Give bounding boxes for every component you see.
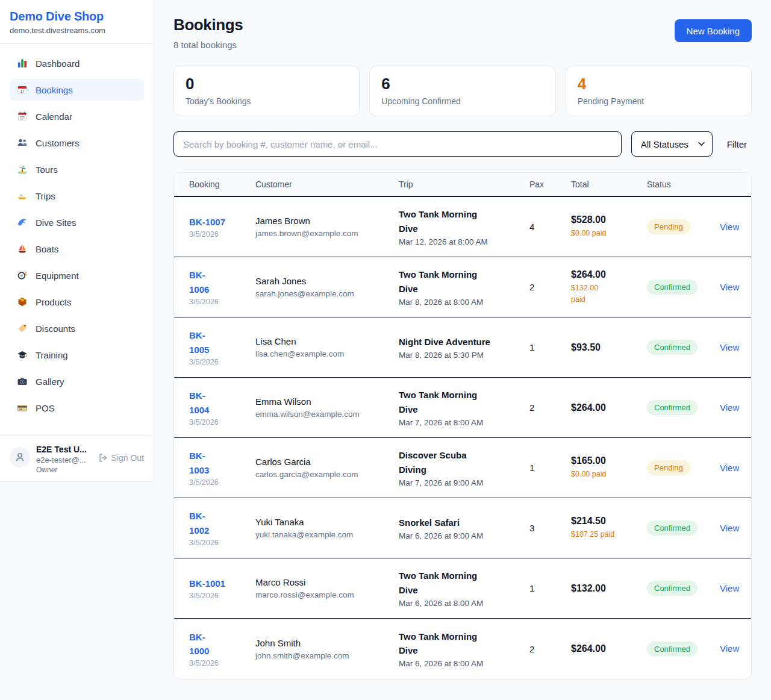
svg-text:17: 17 — [20, 89, 25, 93]
sidebar-item-label: Gallery — [36, 377, 64, 387]
pax-cell: 2 — [529, 282, 571, 292]
view-link[interactable]: View — [720, 402, 739, 413]
sidebar-item-bookings[interactable]: 17Bookings — [10, 79, 144, 101]
trip-cell: Two Tank Morning DiveMar 7, 2026 at 8:00… — [399, 388, 529, 427]
sidebar-item-pos[interactable]: POS — [10, 397, 144, 419]
trip-cell: Night Dive AdventureMar 8, 2026 at 5:30 … — [399, 335, 529, 360]
sidebar-item-trips[interactable]: Trips — [10, 185, 144, 207]
sidebar-item-label: Calendar — [36, 111, 72, 122]
booking-number-link[interactable]: BK-1001 — [189, 577, 225, 590]
booking-number-link[interactable]: BK- 1000 — [189, 630, 209, 658]
stats-row: 0Today's Bookings6Upcoming Confirmed4Pen… — [173, 66, 752, 116]
total-cell: $264.00$132.00 paid — [571, 269, 647, 304]
paid-amount: $0.00 paid — [571, 228, 624, 239]
booking-number-link[interactable]: BK-1007 — [189, 215, 225, 229]
booking-number-link[interactable]: BK- 1002 — [189, 509, 209, 537]
view-link[interactable]: View — [720, 282, 739, 292]
trip-datetime: Mar 12, 2026 at 8:00 AM — [399, 237, 523, 246]
total-amount: $132.00 — [571, 583, 641, 594]
booking-cell: BK- 10023/5/2026 — [189, 509, 255, 547]
table-row: BK-10013/5/2026Marco Rossimarco.rossi@ex… — [174, 558, 751, 619]
customer-name: Lisa Chen — [255, 336, 393, 346]
trip-cell: Two Tank Morning DiveMar 12, 2026 at 8:0… — [399, 207, 529, 246]
sidebar-item-label: Equipment — [36, 270, 79, 281]
customer-name: Yuki Tanaka — [255, 517, 393, 527]
total-amount: $93.50 — [571, 342, 641, 353]
status-badge: Confirmed — [647, 400, 698, 415]
page-title: Bookings — [173, 16, 243, 34]
pax-count: 2 — [529, 644, 565, 654]
sidebar-item-tours[interactable]: Tours — [10, 158, 144, 180]
table-row: BK- 10023/5/2026Yuki Tanakayuki.tanaka@e… — [174, 498, 751, 558]
sidebar-item-products[interactable]: Products — [10, 291, 144, 313]
sidebar-item-equipment[interactable]: Equipment — [10, 264, 144, 286]
column-header-trip: Trip — [399, 180, 529, 189]
customer-cell: Marco Rossimarco.rossi@example.com — [255, 577, 399, 599]
search-input[interactable] — [173, 131, 622, 157]
customer-cell: John Smithjohn.smith@example.com — [255, 638, 399, 660]
user-icon — [14, 451, 26, 463]
sidebar-item-training[interactable]: Training — [10, 344, 144, 366]
sidebar-item-label: Products — [36, 297, 71, 307]
filter-button[interactable]: Filter — [722, 139, 752, 149]
sidebar-nav: Dashboard17BookingsCalendarCustomersTour… — [0, 44, 154, 436]
discounts-icon — [17, 323, 28, 334]
booking-date: 3/5/2026 — [189, 539, 249, 547]
sidebar-item-boats[interactable]: Boats — [10, 238, 144, 260]
boats-icon — [17, 243, 28, 254]
view-link[interactable]: View — [720, 463, 739, 473]
booking-number-link[interactable]: BK- 1004 — [189, 389, 209, 417]
total-amount: $165.00 — [571, 455, 641, 466]
sidebar-item-dashboard[interactable]: Dashboard — [10, 52, 144, 74]
table-header: BookingCustomerTripPaxTotalStatus — [174, 173, 751, 197]
total-amount: $264.00 — [571, 643, 641, 654]
new-booking-button[interactable]: New Booking — [675, 19, 752, 42]
stat-card-today-s-bookings: 0Today's Bookings — [173, 66, 360, 116]
page-subtitle: 8 total bookings — [173, 40, 243, 50]
sidebar-item-label: Discounts — [36, 323, 75, 334]
trip-cell: Discover Scuba DivingMar 7, 2026 at 9:00… — [399, 448, 529, 487]
sidebar-item-discounts[interactable]: Discounts — [10, 317, 144, 339]
trip-name: Two Tank Morning Dive — [399, 267, 523, 296]
customer-name: John Smith — [255, 638, 393, 648]
pax-cell: 3 — [529, 523, 571, 533]
table-row: BK-10073/5/2026James Brownjames.brown@ex… — [174, 197, 751, 257]
sign-out-button[interactable]: Sign Out — [98, 453, 144, 463]
stat-value: 4 — [578, 75, 740, 93]
booking-number-link[interactable]: BK- 1003 — [189, 449, 209, 477]
sidebar-item-calendar[interactable]: Calendar — [10, 105, 144, 127]
status-badge: Confirmed — [647, 642, 698, 657]
actions-cell: View — [720, 583, 739, 594]
customer-email: john.smith@example.com — [255, 651, 393, 660]
customer-email: lisa.chen@example.com — [255, 349, 393, 358]
status-filter-select[interactable]: All Statuses — [631, 131, 713, 157]
booking-date: 3/5/2026 — [189, 418, 249, 427]
view-link[interactable]: View — [720, 222, 739, 232]
status-cell: Pending — [647, 460, 720, 475]
filter-row: All Statuses Filter — [173, 131, 752, 157]
booking-number-link[interactable]: BK- 1005 — [189, 328, 209, 357]
view-link[interactable]: View — [720, 583, 739, 593]
paid-amount: $0.00 paid — [571, 469, 624, 480]
booking-number-link[interactable]: BK- 1006 — [189, 268, 209, 296]
view-link[interactable]: View — [720, 523, 739, 533]
trip-name: Two Tank Morning Dive — [399, 569, 523, 597]
sidebar-item-gallery[interactable]: Gallery — [10, 370, 144, 392]
customer-cell: Emma Wilsonemma.wilson@example.com — [255, 396, 399, 419]
training-icon — [17, 349, 28, 360]
customers-icon — [17, 137, 28, 148]
pax-cell: 2 — [529, 402, 571, 413]
pax-count: 1 — [529, 463, 565, 473]
stat-value: 0 — [186, 75, 348, 93]
app-layout: Demo Dive Shop demo.test.divestreams.com… — [0, 0, 771, 700]
stat-label: Pending Payment — [578, 96, 740, 106]
trip-cell: Two Tank Morning DiveMar 6, 2026 at 8:00… — [399, 630, 529, 669]
sidebar-item-dive-sites[interactable]: Dive Sites — [10, 211, 144, 233]
sidebar-item-customers[interactable]: Customers — [10, 132, 144, 154]
view-link[interactable]: View — [720, 342, 739, 352]
column-header-booking: Booking — [189, 180, 255, 189]
view-link[interactable]: View — [720, 643, 739, 654]
bookings-icon: 17 — [17, 84, 28, 95]
table-row: BK- 10053/5/2026Lisa Chenlisa.chen@examp… — [174, 317, 751, 378]
customer-name: Emma Wilson — [255, 396, 393, 407]
